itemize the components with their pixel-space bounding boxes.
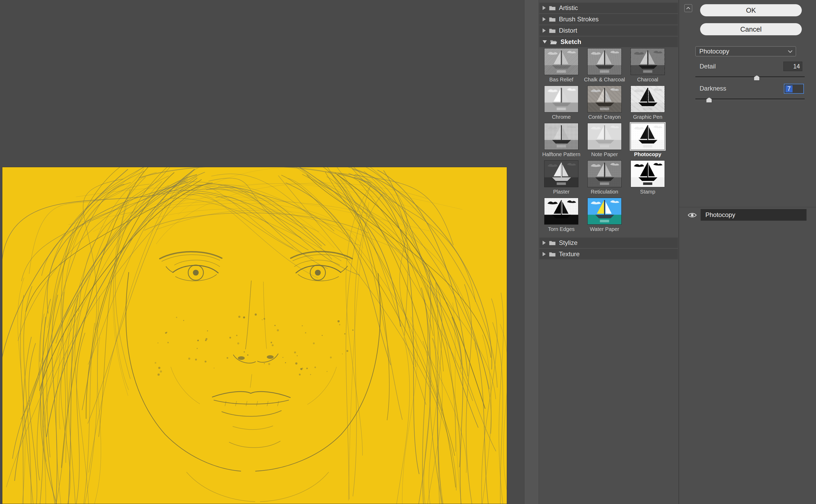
expand-arrow-icon — [543, 6, 546, 10]
expand-arrow-icon — [543, 241, 546, 245]
boat-thumbnail-icon — [544, 48, 578, 75]
category-texture[interactable]: Texture — [539, 249, 678, 259]
boat-thumbnail-icon — [544, 161, 578, 187]
filter-thumb-stamp[interactable]: Stamp — [631, 160, 665, 195]
darkness-value-field[interactable]: 7 — [784, 84, 804, 94]
expand-arrow-icon — [543, 28, 546, 33]
filter-thumb-image — [631, 86, 665, 112]
category-brush-strokes[interactable]: Brush Strokes — [539, 14, 678, 24]
filter-thumb-notepaper[interactable]: Note Paper — [587, 123, 622, 157]
filter-thumb-plaster[interactable]: Plaster — [544, 160, 578, 195]
filter-thumb-label: Note Paper — [587, 151, 622, 157]
boat-thumbnail-icon — [544, 86, 578, 112]
filter-thumb-chrome[interactable]: Chrome — [544, 86, 578, 120]
controls-panel: OK Cancel Photocopy Detail 14 Darkness 7… — [679, 0, 816, 504]
pane-divider[interactable] — [524, 0, 539, 504]
filter-thumb-image — [631, 48, 665, 75]
eye-icon — [688, 212, 697, 218]
effect-layer-row[interactable]: Photocopy — [701, 209, 807, 221]
filter-thumb-chalkcharcoal[interactable]: Chalk & Charcoal — [587, 48, 622, 83]
chevron-up-icon — [686, 7, 690, 9]
filter-thumb-image — [544, 160, 578, 187]
category-stylize[interactable]: Stylize — [539, 238, 678, 248]
boat-thumbnail-icon — [631, 161, 665, 187]
darkness-label: Darkness — [700, 85, 726, 92]
boat-thumbnail-icon — [544, 198, 578, 224]
category-label: Texture — [559, 250, 580, 258]
filter-thumb-image — [544, 86, 578, 112]
selected-text: 7 — [785, 85, 793, 92]
filter-thumb-waterpaper[interactable]: Water Paper — [587, 198, 622, 232]
filter-thumb-label: Graphic Pen — [631, 114, 665, 120]
filter-thumb-label: Torn Edges — [544, 226, 578, 232]
open-folder-icon — [550, 39, 557, 45]
filter-thumb-label: Photocopy — [631, 151, 665, 157]
folder-icon — [549, 251, 556, 257]
filter-thumb-label: Plaster — [544, 189, 578, 195]
expand-arrow-icon — [543, 17, 546, 21]
visibility-toggle[interactable] — [686, 210, 698, 220]
category-label: Sketch — [561, 38, 581, 46]
detail-label: Detail — [700, 63, 716, 70]
category-label: Brush Strokes — [559, 16, 599, 23]
photocopy-portrait-art — [2, 167, 507, 504]
filter-select[interactable]: Photocopy — [695, 46, 796, 56]
filter-thumb-label: Charcoal — [631, 77, 665, 83]
filter-thumb-label: Conté Crayon — [587, 114, 622, 120]
chevron-down-icon — [788, 50, 793, 53]
filter-thumb-image — [544, 123, 578, 150]
filter-select-value: Photocopy — [699, 48, 729, 55]
filter-thumb-halftonepattern[interactable]: Halftone Pattern — [544, 123, 578, 157]
expand-arrow-icon — [543, 252, 546, 256]
folder-icon — [549, 28, 556, 33]
preview-image[interactable] — [2, 167, 507, 504]
filter-gallery-dialog: Artistic Brush Strokes Distort Sketch Ba… — [0, 0, 816, 504]
sketch-filter-grid: Bas ReliefChalk & CharcoalCharcoalChrome… — [539, 48, 679, 238]
boat-thumbnail-icon — [588, 48, 621, 75]
filter-thumb-image — [587, 198, 622, 225]
boat-thumbnail-icon — [631, 123, 665, 150]
filter-thumb-label: Water Paper — [587, 226, 622, 232]
filter-thumb-image — [544, 198, 578, 225]
ok-button[interactable]: OK — [700, 4, 802, 16]
folder-icon — [549, 5, 556, 11]
detail-slider-thumb[interactable] — [754, 75, 760, 81]
boat-thumbnail-icon — [588, 198, 621, 224]
filter-thumb-contcrayon[interactable]: Conté Crayon — [587, 86, 622, 120]
boat-thumbnail-icon — [588, 161, 621, 187]
category-sketch[interactable]: Sketch — [539, 37, 678, 47]
boat-thumbnail-icon — [631, 86, 665, 112]
collapse-arrow-icon — [543, 40, 547, 43]
category-label: Stylize — [559, 239, 578, 246]
darkness-slider-thumb[interactable] — [706, 97, 712, 103]
category-label: Distort — [559, 27, 577, 34]
category-artistic[interactable]: Artistic — [539, 3, 678, 13]
collapse-panel-button[interactable] — [684, 4, 692, 12]
filter-thumb-label: Bas Relief — [544, 77, 578, 83]
filter-thumb-image — [631, 123, 665, 150]
filter-thumb-tornedges[interactable]: Torn Edges — [544, 198, 578, 232]
filter-thumb-image — [587, 123, 622, 150]
boat-thumbnail-icon — [588, 123, 621, 150]
category-distort[interactable]: Distort — [539, 25, 678, 36]
effect-layer-name: Photocopy — [705, 211, 735, 219]
filter-thumb-graphicpen[interactable]: Graphic Pen — [631, 86, 665, 120]
boat-thumbnail-icon — [544, 123, 578, 150]
preview-pane — [0, 0, 524, 504]
detail-value-field[interactable]: 14 — [783, 62, 802, 71]
filter-browser-panel: Artistic Brush Strokes Distort Sketch Ba… — [539, 0, 679, 504]
cancel-button[interactable]: Cancel — [700, 23, 802, 35]
filter-thumb-photocopy[interactable]: Photocopy — [631, 123, 665, 157]
filter-thumb-charcoal[interactable]: Charcoal — [631, 48, 665, 83]
folder-icon — [549, 240, 556, 245]
filter-thumb-reticulation[interactable]: Reticulation — [587, 160, 622, 195]
detail-slider[interactable] — [695, 76, 805, 78]
folder-icon — [549, 17, 556, 22]
filter-thumb-label: Reticulation — [587, 189, 622, 195]
darkness-slider[interactable] — [695, 98, 805, 100]
filter-thumb-image — [544, 48, 578, 75]
filter-thumb-basrelief[interactable]: Bas Relief — [544, 48, 578, 83]
filter-thumb-label: Chrome — [544, 114, 578, 120]
filter-thumb-label: Stamp — [631, 189, 665, 195]
filter-thumb-image — [587, 48, 622, 75]
